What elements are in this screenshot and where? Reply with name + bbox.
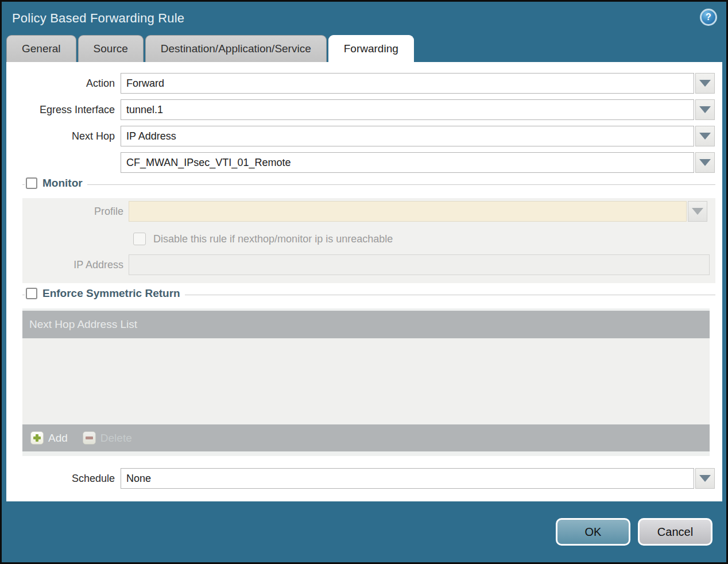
next-hop-address-list-table: Next Hop Address List Add Delete	[22, 308, 710, 456]
symmetric-return-section: Enforce Symmetric Return Next Hop Addres…	[22, 295, 715, 456]
monitor-ip-address-input	[129, 254, 710, 275]
table-header: Next Hop Address List	[22, 311, 710, 338]
next-hop-address-select[interactable]: CF_MWAN_IPsec_VTI_01_Remote	[121, 152, 694, 173]
profile-label: Profile	[22, 206, 129, 218]
monitor-section-label: Monitor	[42, 177, 83, 190]
ok-button[interactable]: OK	[556, 518, 630, 546]
tab-general[interactable]: General	[6, 35, 76, 62]
monitor-ip-address-row: IP Address	[22, 254, 715, 275]
egress-interface-dropdown-button[interactable]	[695, 99, 715, 120]
schedule-dropdown-button[interactable]	[695, 468, 715, 489]
next-hop-address-row: CF_MWAN_IPsec_VTI_01_Remote	[6, 152, 722, 173]
egress-interface-row: Egress Interface tunnel.1	[6, 99, 722, 120]
action-dropdown-button[interactable]	[695, 73, 715, 94]
help-icon[interactable]: ?	[700, 9, 717, 26]
tab-destination-application-service[interactable]: Destination/Application/Service	[145, 35, 327, 62]
chevron-down-icon	[699, 475, 711, 482]
table-header-label: Next Hop Address List	[29, 318, 137, 331]
action-select[interactable]: Forward	[121, 73, 694, 94]
next-hop-label: Next Hop	[6, 130, 121, 142]
chevron-down-icon	[699, 159, 711, 166]
disable-rule-checkbox	[133, 233, 146, 245]
next-hop-type-dropdown-button[interactable]	[695, 126, 715, 146]
table-footer: Add Delete	[22, 424, 710, 451]
dialog-title: Policy Based Forwarding Rule	[12, 11, 184, 26]
tab-source[interactable]: Source	[78, 35, 144, 62]
profile-row: Profile	[22, 201, 715, 222]
schedule-row: Schedule None	[6, 468, 722, 489]
next-hop-address-dropdown-button[interactable]	[695, 152, 715, 173]
dialog-titlebar: Policy Based Forwarding Rule ?	[2, 2, 726, 35]
pbf-rule-dialog: Policy Based Forwarding Rule ? General S…	[0, 0, 728, 564]
add-button[interactable]: Add	[30, 431, 68, 445]
disable-rule-row: Disable this rule if nexthop/monitor ip …	[133, 230, 715, 248]
delete-button-label: Delete	[100, 432, 132, 445]
chevron-down-icon	[692, 208, 703, 215]
action-row: Action Forward	[6, 73, 722, 94]
enforce-symmetric-return-label: Enforce Symmetric Return	[42, 287, 180, 300]
chevron-down-icon	[699, 80, 711, 87]
add-button-label: Add	[48, 432, 68, 445]
next-hop-type-select[interactable]: IP Address	[121, 126, 694, 146]
profile-select	[129, 201, 687, 222]
tab-forwarding[interactable]: Forwarding	[328, 35, 414, 62]
action-label: Action	[6, 78, 121, 90]
monitor-ip-address-label: IP Address	[22, 259, 129, 271]
chevron-down-icon	[699, 133, 711, 140]
monitor-section: Monitor Profile Disable this rule if nex…	[22, 184, 715, 283]
next-hop-row: Next Hop IP Address	[6, 126, 722, 146]
monitor-panel: Profile Disable this rule if nexthop/mon…	[22, 198, 715, 283]
enforce-symmetric-return-checkbox[interactable]	[26, 288, 37, 299]
cancel-button[interactable]: Cancel	[638, 518, 712, 546]
minus-icon	[83, 431, 96, 445]
delete-button: Delete	[83, 431, 132, 445]
disable-rule-label: Disable this rule if nexthop/monitor ip …	[153, 233, 393, 245]
dialog-footer: OK Cancel	[2, 501, 726, 562]
monitor-checkbox[interactable]	[26, 177, 37, 189]
schedule-label: Schedule	[6, 473, 121, 485]
forwarding-tab-content: Action Forward Egress Interface tunnel.1…	[6, 62, 722, 501]
schedule-select[interactable]: None	[121, 468, 694, 489]
tab-bar: General Source Destination/Application/S…	[2, 35, 726, 62]
chevron-down-icon	[699, 106, 711, 113]
plus-icon	[30, 431, 44, 445]
egress-interface-select[interactable]: tunnel.1	[121, 99, 694, 120]
egress-interface-label: Egress Interface	[6, 104, 121, 116]
profile-dropdown-button	[688, 201, 707, 222]
table-body	[22, 338, 710, 424]
